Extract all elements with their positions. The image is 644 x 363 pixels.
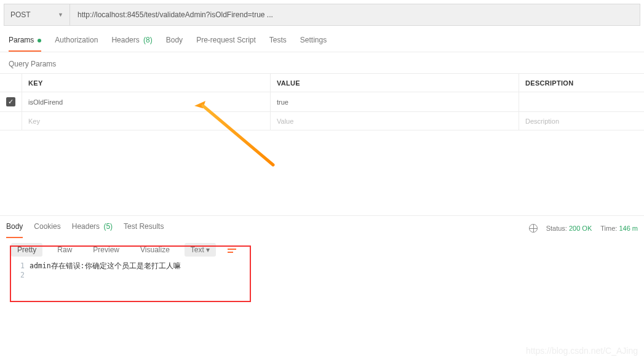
tab-headers-count: (8) bbox=[143, 36, 153, 44]
row-checkbox[interactable]: ✓ bbox=[6, 97, 15, 106]
table-row-empty[interactable]: Key Value Description bbox=[0, 112, 644, 130]
line-number: 1 bbox=[11, 261, 30, 271]
param-key-placeholder[interactable]: Key bbox=[22, 112, 271, 130]
watermark: https://blog.csdn.net/C_AJing bbox=[526, 346, 638, 356]
resp-tab-headers-label: Headers bbox=[72, 222, 100, 231]
param-value-placeholder[interactable]: Value bbox=[271, 112, 519, 130]
chevron-down-icon: ▼ bbox=[58, 12, 63, 18]
param-value[interactable]: true bbox=[271, 92, 519, 111]
response-line: 2 bbox=[11, 271, 250, 279]
tab-settings[interactable]: Settings bbox=[300, 36, 327, 52]
col-description: DESCRIPTION bbox=[519, 74, 644, 92]
params-table: KEY VALUE DESCRIPTION ✓ isOldFirend true… bbox=[0, 73, 644, 130]
param-desc-placeholder[interactable]: Description bbox=[519, 112, 644, 130]
status-label: Status: bbox=[546, 225, 567, 232]
query-params-title: Query Params bbox=[0, 52, 644, 73]
param-key[interactable]: isOldFirend bbox=[22, 92, 271, 111]
status-value: 200 OK bbox=[569, 225, 592, 232]
tab-tests[interactable]: Tests bbox=[269, 36, 287, 52]
resp-tab-cookies[interactable]: Cookies bbox=[34, 222, 60, 238]
params-header-row: KEY VALUE DESCRIPTION bbox=[0, 74, 644, 92]
time-label: Time: bbox=[600, 225, 617, 232]
tab-headers-label: Headers bbox=[111, 36, 139, 44]
line-number: 2 bbox=[11, 271, 30, 279]
tab-authorization[interactable]: Authorization bbox=[55, 36, 98, 52]
http-method-label: POST bbox=[10, 10, 31, 19]
tab-headers[interactable]: Headers (8) bbox=[111, 36, 152, 52]
time-value: 146 m bbox=[619, 225, 638, 232]
resp-tab-body[interactable]: Body bbox=[6, 222, 23, 238]
col-key: KEY bbox=[22, 74, 271, 92]
tab-prerequest[interactable]: Pre-request Script bbox=[196, 36, 256, 52]
globe-icon[interactable] bbox=[529, 224, 538, 233]
request-url-text: http://localhost:8455/test/validateAdmin… bbox=[78, 10, 273, 19]
resp-tab-headers[interactable]: Headers (5) bbox=[72, 222, 113, 238]
response-line: 1 admin存在错误:你确定这个员工是老打工人嘛 bbox=[11, 261, 250, 271]
table-row[interactable]: ✓ isOldFirend true bbox=[0, 92, 644, 112]
resp-tab-headers-count: (5) bbox=[103, 222, 113, 231]
request-url-input[interactable]: http://localhost:8455/test/validateAdmin… bbox=[70, 4, 640, 26]
tab-params[interactable]: Params bbox=[9, 36, 41, 52]
param-desc[interactable] bbox=[519, 92, 644, 111]
tab-body[interactable]: Body bbox=[166, 36, 183, 52]
line-text: admin存在错误:你确定这个员工是老打工人嘛 bbox=[30, 261, 181, 271]
response-body-highlight: 1 admin存在错误:你确定这个员工是老打工人嘛 2 bbox=[10, 245, 251, 302]
resp-tab-tests[interactable]: Test Results bbox=[124, 222, 164, 238]
http-method-select[interactable]: POST ▼ bbox=[4, 4, 70, 26]
col-value: VALUE bbox=[271, 74, 519, 92]
